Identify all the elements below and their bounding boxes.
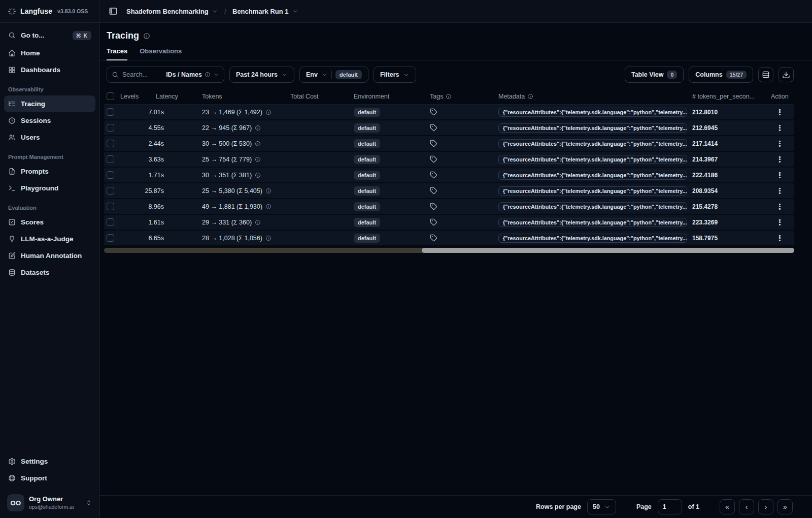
info-icon[interactable] (255, 125, 261, 131)
info-icon[interactable] (265, 188, 272, 194)
info-icon[interactable] (143, 33, 150, 40)
row-actions-button[interactable]: ⋮ (771, 170, 789, 180)
sidebar-item-datasets[interactable]: Datasets (4, 264, 95, 281)
info-icon[interactable] (265, 204, 272, 210)
sidebar-item-home[interactable]: Home (4, 45, 95, 61)
user-menu[interactable]: OO Org Owner ops@shadeform.ai (4, 491, 95, 515)
sidebar-item-llm-as-a-judge[interactable]: LLM-as-a-Judge (4, 231, 95, 247)
metadata-pill[interactable]: {"resourceAttributes":{"telemetry.sdk.la… (498, 202, 687, 211)
row-height-button[interactable] (758, 67, 773, 82)
info-icon[interactable] (255, 172, 261, 178)
column-header-tokens[interactable]: Tokens (199, 93, 287, 100)
column-header-tags[interactable]: Tags (427, 93, 495, 100)
columns-button[interactable]: Columns 15/27 (689, 67, 753, 83)
row-actions-button[interactable]: ⋮ (771, 233, 789, 243)
column-header-tokens-per-second[interactable]: # tokens_per_secon... (689, 93, 768, 100)
table-row[interactable]: 3.63s 25 → 754 (Σ 779) default {"resourc… (104, 152, 794, 168)
table-row[interactable]: 1.71s 30 → 351 (Σ 381) default {"resourc… (104, 168, 794, 183)
metadata-pill[interactable]: {"resourceAttributes":{"telemetry.sdk.la… (498, 139, 687, 148)
sidebar-item-prompts[interactable]: Prompts (4, 163, 95, 180)
row-actions-button[interactable]: ⋮ (771, 186, 789, 196)
row-actions-button[interactable]: ⋮ (771, 107, 789, 117)
column-header-latency[interactable]: Latency (153, 93, 199, 100)
metadata-pill[interactable]: {"resourceAttributes":{"telemetry.sdk.la… (498, 155, 687, 164)
scrollbar-thumb[interactable] (422, 248, 794, 253)
column-header-levels[interactable]: Levels (117, 93, 153, 100)
sidebar-item-support[interactable]: Support (4, 470, 95, 487)
table-view-button[interactable]: Table View 0 (625, 67, 684, 83)
tag-icon[interactable] (430, 187, 437, 195)
tag-icon[interactable] (430, 108, 437, 116)
metadata-pill[interactable]: {"resourceAttributes":{"telemetry.sdk.la… (498, 186, 687, 196)
sidebar-item-dashboards[interactable]: Dashboards (4, 61, 95, 78)
row-actions-button[interactable]: ⋮ (771, 217, 789, 227)
table-row[interactable]: 25.87s 25 → 5,380 (Σ 5,405) default {"re… (104, 183, 794, 199)
table-row[interactable]: 6.65s 28 → 1,028 (Σ 1,056) default {"res… (104, 231, 794, 246)
last-page-button[interactable]: » (777, 499, 793, 514)
table-row[interactable]: 7.01s 23 → 1,469 (Σ 1,492) default {"res… (104, 105, 794, 120)
export-button[interactable] (779, 67, 794, 82)
tab-traces[interactable]: Traces (107, 47, 127, 60)
row-actions-button[interactable]: ⋮ (771, 202, 789, 211)
tag-icon[interactable] (430, 234, 437, 242)
sidebar-item-tracing[interactable]: Tracing (4, 95, 95, 112)
breadcrumb-org[interactable]: Shadeform Benchmarking (126, 8, 218, 15)
page-number-input[interactable] (658, 499, 682, 514)
tag-icon[interactable] (430, 218, 437, 226)
search-input[interactable] (122, 71, 162, 78)
metadata-pill[interactable]: {"resourceAttributes":{"telemetry.sdk.la… (498, 218, 687, 227)
tag-icon[interactable] (430, 171, 437, 179)
filters-button[interactable]: Filters (374, 67, 416, 83)
row-checkbox[interactable] (107, 203, 114, 210)
select-all-checkbox[interactable] (107, 92, 114, 100)
sidebar-item-playground[interactable]: Playground (4, 180, 95, 197)
rows-per-page-select[interactable]: 50 (587, 499, 616, 514)
sidebar-toggle-button[interactable] (106, 4, 120, 18)
breadcrumb-project[interactable]: Benchmark Run 1 (232, 8, 298, 15)
tag-icon[interactable] (430, 203, 437, 210)
row-checkbox[interactable] (107, 140, 114, 147)
horizontal-scrollbar[interactable] (104, 248, 794, 253)
previous-page-button[interactable]: ‹ (739, 499, 754, 514)
tag-icon[interactable] (430, 140, 437, 147)
sidebar-item-human-annotation[interactable]: Human Annotation (4, 247, 95, 264)
info-icon[interactable] (265, 235, 272, 241)
first-page-button[interactable]: « (720, 499, 735, 514)
row-checkbox[interactable] (107, 218, 114, 226)
row-checkbox[interactable] (107, 171, 114, 179)
search-mode-dropdown[interactable]: IDs / Names (166, 71, 219, 78)
metadata-pill[interactable]: {"resourceAttributes":{"telemetry.sdk.la… (498, 171, 687, 180)
column-header-total-cost[interactable]: Total Cost (287, 93, 351, 100)
environment-filter-button[interactable]: Env default (299, 67, 368, 83)
row-actions-button[interactable]: ⋮ (771, 123, 789, 133)
info-icon[interactable] (255, 141, 261, 147)
row-actions-button[interactable]: ⋮ (771, 139, 789, 148)
row-checkbox[interactable] (107, 155, 114, 163)
metadata-pill[interactable]: {"resourceAttributes":{"telemetry.sdk.la… (498, 108, 687, 117)
info-icon[interactable] (265, 109, 272, 115)
row-checkbox[interactable] (107, 124, 114, 132)
sidebar-item-scores[interactable]: Scores (4, 214, 95, 231)
time-range-filter-button[interactable]: Past 24 hours (229, 67, 294, 83)
table-row[interactable]: 8.96s 49 → 1,881 (Σ 1,930) default {"res… (104, 199, 794, 215)
tag-icon[interactable] (430, 155, 437, 163)
table-row[interactable]: 1.61s 29 → 331 (Σ 360) default {"resourc… (104, 215, 794, 231)
metadata-pill[interactable]: {"resourceAttributes":{"telemetry.sdk.la… (498, 234, 687, 243)
info-icon[interactable] (255, 156, 261, 163)
row-checkbox[interactable] (107, 234, 114, 242)
sidebar-item-settings[interactable]: Settings (4, 453, 95, 470)
row-checkbox[interactable] (107, 108, 114, 116)
tab-observations[interactable]: Observations (140, 47, 182, 60)
column-header-environment[interactable]: Environment (351, 93, 427, 100)
sidebar-item-users[interactable]: Users (4, 129, 95, 146)
tag-icon[interactable] (430, 124, 437, 132)
column-header-metadata[interactable]: Metadata (495, 93, 689, 100)
sidebar-item-goto[interactable]: Go to... ⌘ K (4, 27, 95, 44)
metadata-pill[interactable]: {"resourceAttributes":{"telemetry.sdk.la… (498, 123, 687, 133)
info-icon[interactable] (255, 219, 261, 225)
table-row[interactable]: 2.44s 30 → 500 (Σ 530) default {"resourc… (104, 136, 794, 152)
search-box[interactable]: IDs / Names (107, 67, 224, 83)
next-page-button[interactable]: › (758, 499, 773, 514)
row-checkbox[interactable] (107, 187, 114, 195)
sidebar-item-sessions[interactable]: Sessions (4, 112, 95, 129)
